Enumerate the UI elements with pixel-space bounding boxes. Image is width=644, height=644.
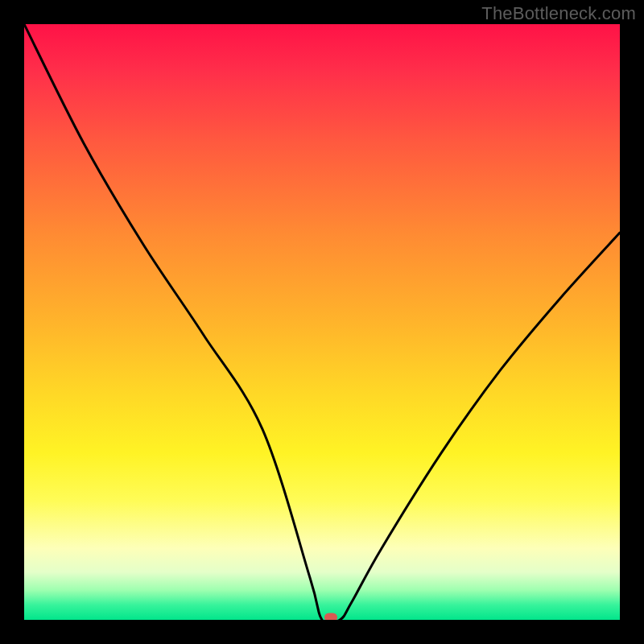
- watermark-text: TheBottleneck.com: [481, 3, 636, 24]
- bottleneck-curve: [24, 24, 620, 620]
- curve-path: [24, 24, 620, 620]
- optimal-marker: [324, 613, 337, 621]
- plot-area: [24, 24, 620, 620]
- chart-stage: TheBottleneck.com: [0, 0, 644, 644]
